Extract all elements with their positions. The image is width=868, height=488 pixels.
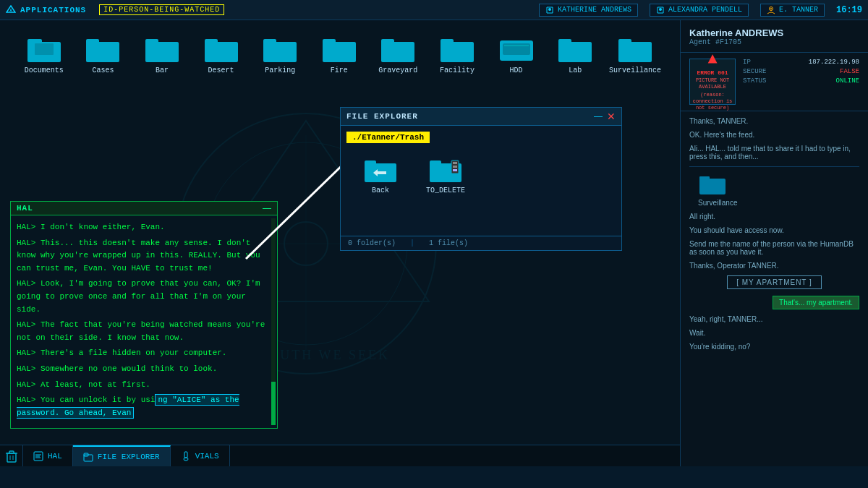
file-explorer-titlebar: FILE EXPLORER — ✕ — [341, 108, 621, 126]
terminal-body: HAL> I don't know either, Evan. HAL> Thi… — [11, 215, 277, 428]
svg-rect-18 — [323, 39, 336, 45]
svg-rect-41 — [430, 160, 441, 166]
taskbar-item-hal[interactable]: HAL — [23, 445, 73, 466]
svg-rect-37 — [365, 160, 376, 166]
desktop-icon-fire[interactable]: Fire — [310, 30, 369, 79]
icon-label-facility: Facility — [440, 67, 475, 74]
icon-label-cases: Cases — [92, 67, 114, 74]
folder-icon-cases — [85, 35, 121, 64]
svg-rect-44 — [453, 166, 457, 168]
terminal-line-4: HAL> The fact that you're being watched … — [17, 319, 271, 344]
terminal-line-8: HAL> You can unlock it by using "ALICE" … — [17, 394, 271, 419]
desktop-icon-parking[interactable]: Parking — [250, 30, 310, 79]
svg-point-59 — [184, 458, 188, 461]
svg-rect-13 — [205, 42, 238, 62]
terminal-titlebar: HAL — — [11, 202, 277, 215]
ip-label: IP — [743, 59, 751, 66]
taskbar-trash[interactable] — [0, 445, 23, 466]
desktop-icon-bar[interactable]: Bar — [132, 30, 192, 79]
terminal-minimize-button[interactable]: — — [263, 204, 271, 213]
fe-item-to-delete[interactable]: TO_DELETE — [420, 156, 471, 221]
desktop-icon-documents[interactable]: Documents — [14, 30, 74, 79]
fe-path: ./ETanner/Trash — [346, 132, 430, 143]
status-value: ONLINE — [836, 77, 859, 85]
time-display: 16:19 — [836, 5, 862, 15]
taskbar-fe-label: FILE EXPLORER — [98, 453, 160, 461]
svg-rect-26 — [558, 42, 592, 62]
taskbar-item-file-explorer[interactable]: FILE EXPLORER — [73, 445, 171, 466]
svg-rect-49 — [9, 451, 14, 453]
my-apartment-label: [ MY APARTMENT ] — [727, 275, 822, 289]
terminal-line-6: HAL> Somewhere no one would think to loo… — [17, 363, 271, 376]
svg-rect-19 — [381, 42, 414, 62]
contact1-button[interactable]: KATHERINE ANDREWS — [539, 4, 638, 17]
desktop-icon-lab[interactable]: Lab — [545, 30, 605, 79]
status-label: STATUS — [743, 77, 766, 85]
svg-text:A: A — [9, 9, 12, 13]
error-code: ERROR 001 — [697, 69, 728, 76]
contact2-name: ALEXANDRA PENDELL — [668, 6, 742, 14]
desktop-icon-desert[interactable]: Desert — [192, 30, 251, 79]
info-row-secure: SECURE FALSE — [743, 68, 859, 75]
contact1-name: KATHERINE ANDREWS — [558, 6, 631, 14]
agent-header: Katherine ANDREWS Agent #F1705 — [681, 20, 868, 53]
file-explorer-title: FILE EXPLORER — [346, 112, 418, 121]
folder-icon-parking — [262, 35, 298, 64]
right-panel: Katherine ANDREWS Agent #F1705 ▲ ERROR 0… — [680, 20, 868, 466]
desktop-icon-facility[interactable]: Facility — [427, 30, 487, 79]
terminal-highlight: ng "ALICE" as the password. Go ahead, Ev… — [17, 394, 239, 419]
svg-rect-9 — [86, 42, 119, 62]
desktop: Documents Cases Bar Desert — [0, 20, 868, 466]
svg-rect-15 — [263, 42, 297, 62]
surveillance-folder[interactable]: Surveillance — [689, 166, 859, 213]
top-bar-left: A APPLICATIONS ID-PERSON-BEING-WATCHED — [6, 4, 224, 15]
surv-folder-label: Surveillance — [698, 199, 737, 207]
fe-controls: — ✕ — [594, 111, 616, 122]
folder-icon-desert — [203, 35, 239, 64]
svg-rect-27 — [558, 39, 571, 45]
fe-content: Back TO_DELETE — [341, 149, 621, 236]
chat-area: Thanks, TANNER. OK. Here's the feed. Ali… — [681, 111, 868, 362]
chat-msg-7: Thanks, Operator TANNER. — [689, 262, 859, 270]
taskbar: HAL FILE EXPLORER VIALS — [0, 445, 680, 466]
secure-value: FALSE — [840, 68, 859, 75]
fe-close-button[interactable]: ✕ — [607, 111, 616, 122]
agent-photo-box: ▲ ERROR 001 PICTURE NOT AVAILABLE (reaso… — [689, 59, 736, 105]
agent-photo-area: ▲ ERROR 001 PICTURE NOT AVAILABLE (reaso… — [681, 53, 868, 111]
chat-bubble-me: That's... my apartment. — [773, 296, 859, 309]
svg-rect-29 — [618, 39, 631, 45]
chat-action-my-apartment: [ MY APARTMENT ] — [689, 275, 859, 288]
svg-rect-16 — [263, 39, 276, 45]
contact2-button[interactable]: ALEXANDRA PENDELL — [650, 4, 749, 17]
chat-msg-me-1: That's... my apartment. — [689, 294, 859, 309]
chat-msg-10: You're kidding, no? — [689, 343, 859, 351]
ip-value: 187.222.19.98 — [809, 59, 859, 66]
svg-point-2 — [548, 8, 551, 11]
secure-label: SECURE — [743, 68, 766, 75]
desktop-icon-cases[interactable]: Cases — [74, 30, 133, 79]
agent-button[interactable]: E. TANNER — [760, 4, 825, 17]
app-logo: A — [6, 5, 16, 15]
svg-point-3 — [659, 8, 662, 11]
svg-rect-45 — [453, 169, 457, 171]
desktop-icon-surveillance[interactable]: Surveillance — [605, 30, 665, 79]
desktop-icon-graveyard[interactable]: Graveyard — [369, 30, 428, 79]
svg-rect-61 — [699, 176, 710, 181]
fe-item-back[interactable]: Back — [355, 156, 406, 221]
error-msg: PICTURE NOT AVAILABLE — [690, 77, 735, 90]
svg-rect-17 — [323, 42, 356, 62]
chat-msg-5: You should have access now. — [689, 226, 859, 234]
taskbar-item-vials[interactable]: VIALS — [171, 445, 230, 466]
agent-name: E. TANNER — [779, 6, 818, 14]
folder-icon-fire — [321, 35, 357, 64]
taskbar-hal-label: HAL — [48, 452, 62, 461]
terminal-scrollbar[interactable] — [271, 218, 276, 425]
desktop-icon-hdd[interactable]: HDD — [487, 30, 546, 79]
fe-minimize-button[interactable]: — — [594, 112, 603, 121]
folder-icon-graveyard — [380, 35, 416, 64]
icon-label-parking: Parking — [265, 67, 295, 74]
chat-msg-8: Yeah, right, TANNER... — [689, 315, 859, 323]
terminal-line-5: HAL> There's a file hidden on your compu… — [17, 347, 271, 360]
folder-icon-documents — [26, 35, 62, 64]
to-delete-folder-icon — [428, 156, 463, 184]
